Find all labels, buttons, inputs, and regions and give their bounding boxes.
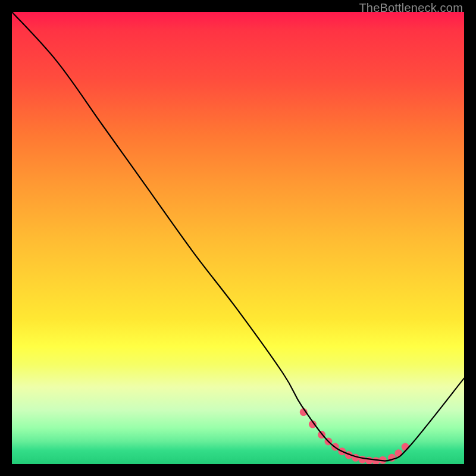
- optimum-marker: [402, 443, 409, 451]
- chart-svg: [12, 12, 464, 464]
- chart-frame: TheBottleneck.com: [0, 0, 476, 476]
- plot-area: [12, 12, 464, 464]
- bottleneck-curve: [12, 12, 464, 461]
- optimum-marker: [359, 456, 367, 464]
- optimum-marker: [365, 456, 373, 464]
